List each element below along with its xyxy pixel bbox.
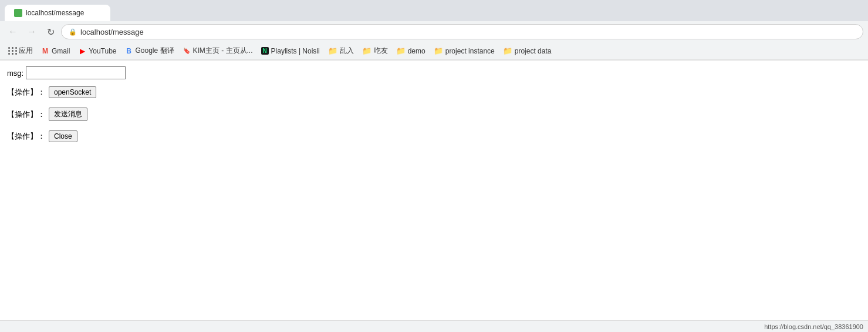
bookmark-gmail[interactable]: M Gmail [38,45,73,57]
bing-icon: B [125,47,133,55]
send-msg-prefix: 【操作】： [7,109,45,120]
address-text: localhost/message [80,28,144,36]
folder-icon-project-data: 📁 [503,46,512,55]
bookmark-noisli-label: Playlists | Noisli [271,47,320,55]
bookmark-google-translate[interactable]: B Google 翻译 [121,44,178,58]
folder-icon-project-instance: 📁 [434,46,443,55]
open-socket-row: 【操作】： openSocket [7,86,861,98]
bookmark-demo-label: demo [408,47,425,55]
apps-label: 应用 [19,46,33,56]
bookmark-project-instance-label: project instance [445,47,495,55]
reload-button[interactable]: ↻ [42,24,59,40]
bookmark-project-instance[interactable]: 📁 project instance [430,45,498,57]
open-socket-button[interactable]: openSocket [49,86,96,98]
bookmark-luan[interactable]: 📁 乱入 [325,44,357,58]
bookmark-youtube-label: YouTube [89,47,116,55]
msg-label: msg: [7,69,23,78]
youtube-icon: ▶ [78,47,86,55]
bookmark-demo[interactable]: 📁 demo [393,45,429,57]
nav-bar: ← → ↻ 🔒 localhost/message [0,21,868,42]
send-msg-row: 【操作】： 发送消息 [7,108,861,121]
bookmark-project-data-label: project data [515,47,552,55]
bookmarks-bar: 应用 M Gmail ▶ YouTube B Google 翻译 🔖 KIM主页… [0,42,868,60]
open-socket-prefix: 【操作】： [7,87,45,98]
folder-icon-demo: 📁 [396,46,406,55]
msg-input[interactable] [26,66,126,79]
send-msg-button[interactable]: 发送消息 [49,108,87,121]
bookmark-youtube[interactable]: ▶ YouTube [75,45,120,57]
bookmark-chiyou[interactable]: 📁 吃友 [359,44,391,58]
folder-icon-chiyou: 📁 [362,46,371,55]
browser-tab[interactable]: localhost/message [5,5,110,21]
folder-icon-luan: 📁 [328,46,337,55]
tab-title: localhost/message [26,9,84,17]
close-prefix: 【操作】： [7,131,45,142]
bookmark-gmail-label: Gmail [52,47,70,55]
apps-grid-icon [8,47,16,55]
address-bar[interactable]: 🔒 localhost/message [61,24,863,39]
bookmark-project-data[interactable]: 📁 project data [499,45,555,57]
forward-button[interactable]: → [23,24,40,40]
bookmark-icon: 🔖 [183,47,191,55]
page-content: msg: 【操作】： openSocket 【操作】： 发送消息 【操作】： C… [0,61,868,157]
bookmark-kim-home[interactable]: 🔖 KIM主页 - 主页从... [179,44,256,58]
tab-favicon [14,9,22,17]
bookmark-apps[interactable]: 应用 [5,44,36,58]
msg-row: msg: [7,66,861,79]
back-button[interactable]: ← [5,24,21,40]
bookmark-chiyou-label: 吃友 [374,46,388,56]
close-button[interactable]: Close [49,130,77,142]
bookmark-luan-label: 乱入 [340,46,354,56]
bookmark-google-translate-label: Google 翻译 [136,46,174,56]
security-icon: 🔒 [69,28,77,36]
close-row: 【操作】： Close [7,130,861,142]
gmail-icon: M [41,47,49,55]
bookmark-noisli[interactable]: N Playlists | Noisli [258,45,323,57]
noisli-icon: N [261,47,269,55]
bookmark-kim-label: KIM主页 - 主页从... [193,46,253,56]
